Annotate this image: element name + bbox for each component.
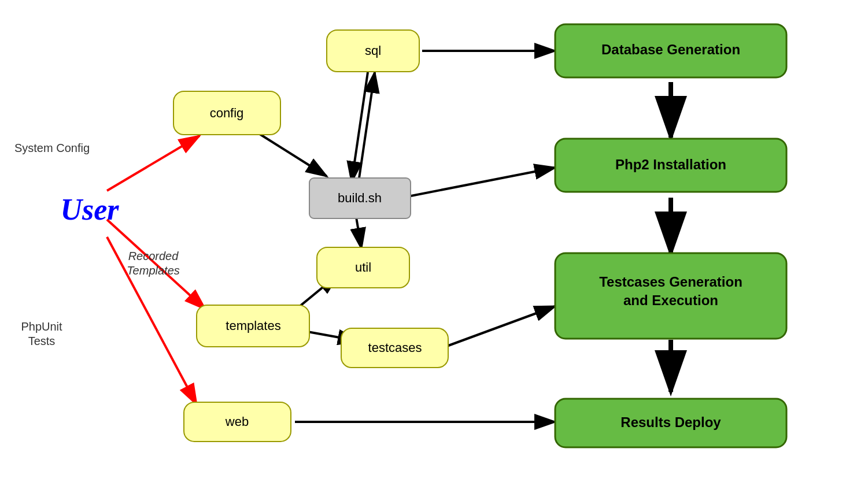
web-node-label: web	[225, 414, 249, 429]
arrow-sql-build	[352, 72, 368, 182]
user-node: User	[60, 193, 119, 226]
phpunit-tests-label2: Tests	[28, 335, 56, 347]
system-config-label: System Config	[14, 142, 90, 154]
sql-node-label: sql	[365, 43, 381, 58]
testcases-gen-node-label1: Testcases Generation	[599, 274, 743, 290]
templates-node-label: templates	[226, 318, 280, 333]
arrow-testcases-testgen	[445, 306, 555, 347]
diagram-container: User System Config PhpUnit Tests Recorde…	[0, 0, 868, 497]
testcases-node-label: testcases	[368, 340, 422, 355]
db-gen-node-label: Database Generation	[601, 42, 740, 57]
phpunit-tests-label: PhpUnit	[21, 320, 62, 333]
diagram-svg: User System Config PhpUnit Tests Recorde…	[0, 0, 868, 497]
php2-node-label: Php2 Installation	[615, 157, 726, 172]
results-deploy-node-label: Results Deploy	[620, 414, 721, 430]
testcases-gen-node-label2: and Execution	[623, 292, 718, 308]
recorded-templates-label2: Templates	[127, 264, 180, 277]
recorded-templates-label: Recorded	[128, 250, 179, 262]
util-node-label: util	[355, 260, 371, 275]
arrow-build-php2	[393, 168, 555, 199]
build-node-label: build.sh	[338, 191, 382, 205]
arrow-build-sql	[359, 72, 375, 182]
config-node-label: config	[210, 106, 244, 120]
arrow-user-config	[107, 136, 200, 191]
